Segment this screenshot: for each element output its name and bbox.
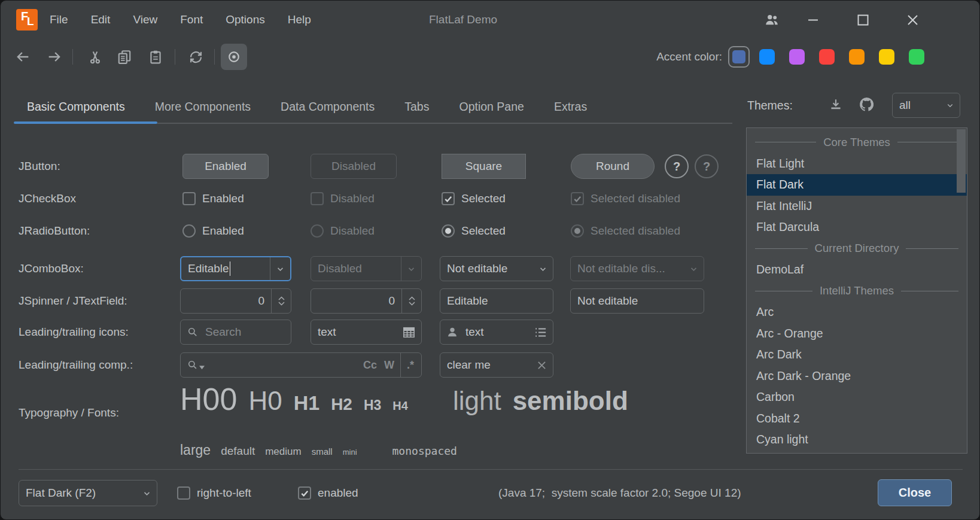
scrollbar-thumb[interactable] bbox=[957, 129, 966, 193]
spinner-buttons[interactable] bbox=[272, 295, 291, 307]
combobox-not-editable[interactable]: Not editable bbox=[440, 256, 553, 281]
theme-item-arc-dark[interactable]: Arc Dark bbox=[747, 344, 967, 366]
download-theme-button[interactable] bbox=[827, 96, 844, 113]
github-button[interactable] bbox=[857, 95, 875, 113]
theme-item-cobalt-2[interactable]: Cobalt 2 bbox=[747, 408, 967, 430]
back-button[interactable] bbox=[14, 48, 32, 65]
accent-color-label: Accent color: bbox=[605, 44, 722, 70]
menu-view[interactable]: View bbox=[133, 13, 157, 26]
theme-filter-combobox[interactable]: all bbox=[892, 93, 960, 118]
spinner-buttons[interactable] bbox=[402, 295, 421, 307]
refresh-button[interactable] bbox=[187, 48, 205, 65]
radio-selected[interactable]: Selected bbox=[442, 218, 506, 244]
menu-file[interactable]: File bbox=[50, 13, 68, 26]
back-arrow-icon bbox=[14, 48, 31, 65]
theme-item-arc-orange[interactable]: Arc - Orange bbox=[747, 323, 967, 345]
text-field-user-list[interactable]: text bbox=[440, 320, 553, 345]
checkmark-icon bbox=[571, 192, 584, 205]
menu-font[interactable]: Font bbox=[180, 13, 203, 26]
accent-swatch-yellow[interactable] bbox=[879, 49, 894, 65]
rtl-label: right-to-left bbox=[197, 486, 251, 500]
theme-item-flat-dark[interactable]: Flat Dark bbox=[747, 174, 967, 196]
spinner-1[interactable]: 0 bbox=[180, 288, 291, 314]
theme-item-carbon[interactable]: Carbon bbox=[747, 387, 967, 408]
list-icon[interactable] bbox=[534, 327, 553, 338]
enabled-button[interactable]: Enabled bbox=[182, 154, 269, 179]
checkbox-enabled[interactable]: Enabled bbox=[182, 186, 244, 211]
menu-help[interactable]: Help bbox=[288, 13, 311, 26]
eye-toggle-button[interactable] bbox=[221, 44, 247, 70]
accent-swatch-red[interactable] bbox=[819, 49, 835, 65]
enabled-checkbox[interactable]: enabled bbox=[298, 481, 358, 506]
match-case-button[interactable]: Cc bbox=[363, 359, 377, 372]
tab-data-components[interactable]: Data Components bbox=[281, 100, 375, 114]
theme-item-arc[interactable]: Arc bbox=[747, 302, 967, 323]
accent-swatch-blue[interactable] bbox=[759, 49, 775, 65]
tab-extras[interactable]: Extras bbox=[554, 100, 587, 114]
chevron-down-icon[interactable] bbox=[270, 257, 290, 280]
accent-swatch-green[interactable] bbox=[909, 49, 924, 65]
close-button[interactable]: Close bbox=[878, 479, 952, 506]
radio-enabled[interactable]: Enabled bbox=[182, 218, 244, 244]
menubar: File Edit View Font Options Help bbox=[50, 1, 311, 39]
accent-swatch-orange[interactable] bbox=[849, 49, 865, 65]
textfield-editable[interactable]: Editable bbox=[440, 288, 553, 314]
leading-comp-row-label: Leading/trailing comp.: bbox=[19, 352, 133, 378]
users-icon[interactable] bbox=[763, 9, 781, 31]
theme-item-demolaf[interactable]: DemoLaf bbox=[747, 259, 967, 281]
checkbox-icon bbox=[182, 192, 196, 205]
typography-mini: mini bbox=[343, 448, 357, 457]
clearable-text-field[interactable]: clear me bbox=[440, 352, 553, 378]
table-icon[interactable] bbox=[403, 327, 421, 338]
tab-option-pane[interactable]: Option Pane bbox=[459, 100, 524, 114]
tab-more-components[interactable]: More Components bbox=[155, 100, 251, 114]
theme-item-flat-intellij[interactable]: Flat IntelliJ bbox=[747, 196, 967, 217]
jbutton-row-label: JButton: bbox=[19, 154, 60, 179]
jspinner-row-label: JSpinner / JTextField: bbox=[19, 288, 127, 314]
combobox-editable[interactable]: Editable bbox=[180, 256, 291, 281]
text-field-table-icon[interactable]: text bbox=[311, 320, 422, 345]
accent-swatch-default[interactable] bbox=[728, 46, 750, 68]
round-button[interactable]: Round bbox=[571, 154, 655, 179]
regex-button[interactable]: .* bbox=[407, 359, 414, 372]
accent-swatch-purple[interactable] bbox=[789, 49, 805, 65]
menu-edit[interactable]: Edit bbox=[91, 13, 111, 26]
jcheckbox-row-label: JCheckBox bbox=[19, 186, 76, 211]
whole-word-button[interactable]: W bbox=[384, 359, 394, 372]
checkbox-icon bbox=[311, 192, 324, 205]
cut-button[interactable] bbox=[86, 48, 104, 65]
chevron-up-icon bbox=[407, 295, 416, 301]
checkbox-selected[interactable]: Selected bbox=[442, 186, 506, 211]
checkbox-label: Selected disabled bbox=[591, 192, 680, 205]
spinner-2[interactable]: 0 bbox=[311, 288, 422, 314]
help-button-disabled: ? bbox=[695, 154, 719, 178]
copy-button[interactable] bbox=[115, 48, 133, 65]
search-dropdown-icon[interactable] bbox=[181, 359, 205, 371]
theme-item-dark-flat[interactable]: Dark Flat bbox=[747, 451, 967, 454]
paste-button[interactable] bbox=[147, 48, 165, 65]
tab-tabs[interactable]: Tabs bbox=[404, 100, 429, 114]
search-field[interactable]: Search bbox=[180, 320, 291, 345]
minimize-button[interactable] bbox=[804, 9, 822, 31]
toolbar-separator bbox=[72, 49, 73, 65]
radio-selected-icon bbox=[442, 224, 455, 238]
square-button[interactable]: Square bbox=[442, 154, 526, 179]
menu-options[interactable]: Options bbox=[226, 13, 264, 26]
search-field-with-buttons[interactable]: Cc W .* bbox=[180, 352, 422, 378]
chevron-down-icon bbox=[137, 481, 157, 506]
close-window-button[interactable] bbox=[903, 9, 921, 31]
text-caret bbox=[230, 261, 231, 276]
theme-item-flat-darcula[interactable]: Flat Darcula bbox=[747, 217, 967, 238]
clear-icon[interactable] bbox=[537, 361, 553, 370]
theme-item-arc-dark-orange[interactable]: Arc Dark - Orange bbox=[747, 366, 967, 387]
clearable-text-value: clear me bbox=[440, 358, 537, 372]
forward-button[interactable] bbox=[45, 48, 63, 65]
maximize-button[interactable] bbox=[854, 9, 872, 31]
theme-item-cyan-light[interactable]: Cyan light bbox=[747, 429, 967, 451]
rtl-checkbox[interactable]: right-to-left bbox=[177, 481, 251, 506]
laf-combobox[interactable]: Flat Dark (F2) bbox=[19, 480, 157, 506]
theme-item-flat-light[interactable]: Flat Light bbox=[747, 153, 967, 175]
checkbox-icon bbox=[177, 486, 190, 500]
tab-basic-components[interactable]: Basic Components bbox=[27, 100, 125, 114]
help-button[interactable]: ? bbox=[665, 154, 689, 178]
